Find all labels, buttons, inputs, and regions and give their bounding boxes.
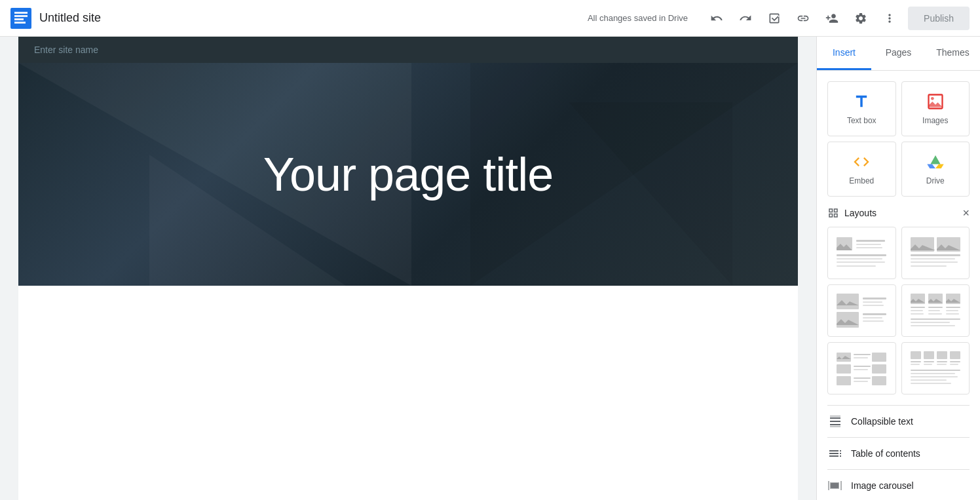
svg-rect-23	[863, 298, 886, 299]
svg-rect-24	[863, 301, 882, 303]
insert-embed[interactable]: Embed	[827, 142, 896, 197]
hero-title: Your page title	[263, 147, 554, 201]
svg-rect-52	[837, 376, 851, 385]
insert-drive[interactable]: Drive	[901, 142, 970, 197]
site-name-bar[interactable]: Enter site name	[18, 37, 798, 63]
text-box-label: Text box	[847, 116, 876, 125]
svg-rect-28	[863, 320, 884, 322]
svg-rect-39	[946, 310, 958, 311]
svg-rect-25	[863, 305, 884, 306]
svg-rect-20	[911, 265, 947, 267]
feature-table-of-contents[interactable]: Table of contents	[827, 437, 970, 469]
feature-collapsible-text[interactable]: Collapsible text	[827, 405, 970, 437]
svg-rect-32	[911, 307, 925, 308]
svg-rect-21	[837, 294, 859, 309]
svg-rect-57	[924, 351, 934, 359]
layouts-header: Layouts ×	[827, 207, 970, 219]
publish-button[interactable]: Publish	[908, 7, 970, 30]
carousel-icon	[827, 478, 843, 493]
layouts-close-button[interactable]: ×	[962, 207, 970, 219]
insert-images[interactable]: Images	[901, 81, 970, 136]
svg-rect-26	[863, 313, 886, 315]
feature-image-carousel[interactable]: Image carousel	[827, 469, 970, 500]
svg-rect-46	[854, 357, 868, 358]
svg-rect-10	[856, 247, 882, 248]
tab-themes[interactable]: Themes	[926, 37, 980, 70]
site-wrapper: Enter site name Your page title	[18, 37, 798, 500]
svg-rect-69	[911, 373, 955, 374]
toc-label: Table of contents	[851, 448, 920, 459]
panel-tabs: Insert Pages Themes	[817, 37, 980, 71]
site-title: Untitled site	[39, 11, 101, 25]
svg-rect-4	[14, 22, 26, 24]
images-icon	[926, 92, 945, 111]
images-label: Images	[922, 116, 948, 125]
right-panel: Insert Pages Themes Text box	[816, 37, 980, 500]
svg-rect-9	[856, 244, 881, 245]
hero-banner[interactable]: Your page title	[18, 63, 798, 286]
embed-icon	[852, 153, 871, 171]
link-button[interactable]	[790, 5, 816, 31]
toc-icon	[827, 446, 843, 461]
layouts-grid	[827, 227, 970, 394]
svg-point-6	[931, 97, 934, 100]
svg-rect-63	[924, 364, 932, 365]
svg-rect-37	[928, 313, 942, 315]
svg-rect-48	[837, 364, 851, 374]
share-button[interactable]	[819, 5, 845, 31]
topbar: Untitled site All changes saved in Drive	[0, 0, 980, 37]
layout-item-6[interactable]	[901, 342, 970, 394]
svg-rect-34	[911, 313, 924, 315]
svg-rect-12	[837, 258, 882, 260]
more-button[interactable]	[876, 5, 903, 31]
layout-item-3[interactable]	[827, 284, 896, 337]
site-name-placeholder: Enter site name	[34, 45, 98, 55]
svg-rect-71	[911, 379, 947, 381]
svg-rect-8	[856, 240, 885, 242]
svg-rect-1	[14, 12, 28, 14]
carousel-label: Image carousel	[851, 480, 914, 491]
layout-item-4[interactable]	[901, 284, 970, 337]
hero-triangle-2	[569, 102, 732, 286]
tab-insert[interactable]: Insert	[817, 37, 871, 70]
redo-button[interactable]	[732, 5, 759, 31]
svg-rect-53	[854, 377, 871, 379]
svg-rect-67	[950, 364, 958, 365]
settings-button[interactable]	[848, 5, 874, 31]
svg-rect-38	[946, 307, 960, 308]
svg-rect-64	[937, 361, 947, 362]
tab-pages[interactable]: Pages	[871, 37, 926, 70]
text-box-icon	[852, 92, 871, 111]
svg-rect-41	[911, 318, 960, 320]
svg-rect-49	[854, 366, 871, 367]
save-status: All changes saved in Drive	[588, 13, 688, 23]
drive-label: Drive	[926, 176, 945, 185]
svg-rect-66	[950, 361, 960, 362]
layout-item-5[interactable]	[827, 342, 896, 394]
preview-button[interactable]	[761, 5, 787, 31]
svg-rect-62	[924, 361, 934, 362]
svg-rect-43	[911, 325, 955, 326]
svg-rect-72	[911, 383, 951, 384]
svg-rect-17	[911, 254, 960, 256]
svg-rect-56	[911, 351, 921, 359]
svg-rect-59	[950, 351, 960, 359]
undo-button[interactable]	[704, 5, 730, 31]
drive-icon	[926, 153, 945, 171]
svg-rect-51	[872, 364, 886, 374]
page-body[interactable]	[18, 286, 798, 500]
collapsible-text-label: Collapsible text	[851, 416, 913, 427]
layout-item-1[interactable]	[827, 227, 896, 279]
svg-rect-19	[911, 261, 958, 263]
insert-text-box[interactable]: Text box	[827, 81, 896, 136]
svg-rect-55	[872, 376, 886, 385]
app-logo	[10, 8, 31, 29]
svg-rect-22	[837, 312, 859, 328]
canvas-area: Enter site name Your page title	[0, 37, 816, 500]
layout-item-2[interactable]	[901, 227, 970, 279]
svg-rect-42	[911, 322, 950, 323]
svg-rect-36	[928, 310, 940, 311]
layouts-label: Layouts	[844, 208, 876, 218]
svg-rect-47	[872, 353, 886, 362]
svg-rect-3	[14, 18, 24, 20]
